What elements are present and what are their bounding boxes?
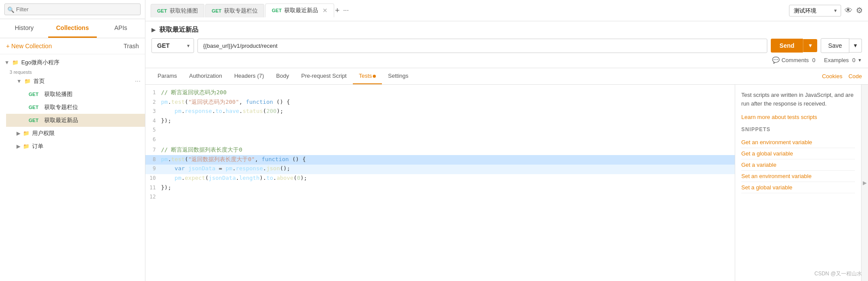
code-line-9: 9 var jsonData = pm.response.json();: [145, 165, 735, 174]
url-input[interactable]: [197, 39, 767, 53]
sidebar-search-area: 🔍: [0, 0, 145, 19]
tree-subfolder-homepage: ▼ 📁 首页 ··· GET 获取轮播图 GET 获取专题栏位 GET 获取最近…: [0, 75, 145, 127]
tree-subfolder-orders-header[interactable]: ▶ 📁 订单: [6, 140, 145, 153]
snippet-item[interactable]: Set an environment variable: [741, 171, 855, 182]
code-line-1: 1 // 断言返回状态码为200: [145, 88, 735, 98]
tab-get-carousel[interactable]: GET 获取轮播图: [151, 4, 204, 17]
watermark: CSDN @又一程山水: [814, 270, 862, 278]
close-tab-icon[interactable]: ✕: [322, 7, 328, 14]
code-line-6: 6: [145, 136, 735, 145]
topbar: GET 获取轮播图 GET 获取专题栏位 GET 获取最近新品 ✕ + ··· …: [145, 0, 868, 21]
line-number: 2: [145, 99, 161, 105]
add-tab-icon[interactable]: +: [335, 6, 340, 15]
tab-body[interactable]: Body: [270, 68, 295, 84]
snippet-item[interactable]: Get a variable: [741, 159, 855, 171]
collapse-icon[interactable]: ▶: [151, 26, 156, 33]
method-select[interactable]: GET POST PUT DELETE: [151, 38, 194, 53]
request-url-row: GET POST PUT DELETE Send ▼ Save ▼: [151, 38, 862, 53]
code-line-4: 4 });: [145, 117, 735, 126]
snippet-item[interactable]: Get a global variable: [741, 148, 855, 159]
tab-name: 获取轮播图: [170, 7, 198, 15]
line-content: // 断言返回状态码为200: [161, 89, 735, 96]
folder-icon: 📁: [12, 60, 19, 66]
tree-subfolder-user-header[interactable]: ▶ 📁 用户权限: [6, 127, 145, 140]
env-select[interactable]: 测试环境 生产环境 开发环境: [789, 5, 841, 17]
code-link[interactable]: Code: [848, 73, 862, 79]
line-number: 5: [145, 127, 161, 133]
list-item[interactable]: GET 获取最近新品: [6, 114, 145, 127]
main-area: GET 获取轮播图 GET 获取专题栏位 GET 获取最近新品 ✕ + ··· …: [145, 0, 868, 281]
tree-subfolder-user: ▶ 📁 用户权限: [0, 127, 145, 140]
tree-subfolder-homepage-name: 首页: [33, 77, 135, 85]
tree-root-folder-header[interactable]: ▼ 📁 Ego微商小程序: [0, 56, 145, 69]
code-line-7: 7 // 断言返回数据列表长度大于0: [145, 145, 735, 155]
line-number: 4: [145, 118, 161, 124]
tab-authorization[interactable]: Authorization: [183, 68, 228, 84]
line-content: // 断言返回数据列表长度大于0: [161, 146, 735, 154]
sidebar-tab-history[interactable]: History: [0, 19, 48, 38]
snippet-item[interactable]: Get an environment variable: [741, 137, 855, 148]
chevron-down-icon: ▼: [858, 58, 862, 63]
tab-get-featured[interactable]: GET 获取专题栏位: [205, 4, 265, 17]
chevron-down-icon: ▼: [4, 60, 10, 66]
tab-pre-request[interactable]: Pre-request Script: [295, 68, 353, 84]
save-button-group: Save ▼: [821, 38, 862, 53]
more-tabs-icon[interactable]: ···: [343, 7, 349, 14]
save-button[interactable]: Save: [821, 38, 849, 53]
send-button-dropdown[interactable]: ▼: [803, 39, 817, 52]
learn-more-link[interactable]: Learn more about tests scripts: [741, 114, 855, 120]
line-content: pm.expect(jsonData.length).to.above(0);: [161, 175, 735, 181]
collapse-panel-button[interactable]: ▶: [861, 85, 868, 281]
request-area: ▶ 获取最近新品 GET POST PUT DELETE Send ▼ Save…: [145, 21, 868, 68]
tree-subfolder-homepage-header[interactable]: ▼ 📁 首页 ···: [6, 75, 145, 88]
search-input[interactable]: [4, 3, 141, 15]
tab-actions: + ···: [335, 6, 349, 15]
tab-headers[interactable]: Headers (7): [228, 68, 270, 84]
line-number: 8: [145, 156, 161, 162]
line-content: });: [161, 184, 735, 191]
examples-label: Examples: [824, 57, 849, 63]
tree-subfolder-orders-name: 订单: [32, 142, 141, 150]
code-line-5: 5: [145, 126, 735, 136]
line-number: 10: [145, 175, 161, 181]
tab-params[interactable]: Params: [151, 68, 183, 84]
code-editor[interactable]: 1 // 断言返回状态码为200 2 pm.test("返回状态码为200", …: [145, 85, 735, 281]
request-name: 获取最近新品: [44, 116, 78, 124]
tab-name: 获取专题栏位: [224, 7, 258, 15]
chevron-down-icon: ▼: [16, 78, 22, 84]
request-name: 获取专题栏位: [44, 103, 78, 111]
tree-root-folder-name: Ego微商小程序: [21, 59, 141, 66]
line-number: 11: [145, 185, 161, 191]
comments-button[interactable]: 💬 Comments 0: [772, 56, 815, 63]
request-nav-tabs: Params Authorization Headers (7) Body Pr…: [145, 68, 868, 85]
tab-method-badge: GET: [212, 8, 222, 13]
sidebar-tab-collections[interactable]: Collections: [48, 19, 96, 38]
cookies-link[interactable]: Cookies: [822, 73, 842, 79]
tab-method-badge: GET: [272, 8, 282, 13]
tab-tests[interactable]: Tests: [353, 68, 382, 84]
trash-button[interactable]: Trash: [124, 43, 139, 50]
snippet-item[interactable]: Set a global variable: [741, 182, 855, 193]
request-title-row: ▶ 获取最近新品: [151, 26, 862, 34]
send-button[interactable]: Send: [771, 39, 803, 53]
line-content: pm.test("返回状态码为200", function () {: [161, 98, 735, 106]
tab-get-recent[interactable]: GET 获取最近新品 ✕: [265, 3, 334, 17]
code-line-2: 2 pm.test("返回状态码为200", function () {: [145, 98, 735, 107]
sidebar-tab-apis[interactable]: APIs: [97, 19, 145, 38]
examples-button[interactable]: Examples 0 ▼: [824, 57, 862, 63]
more-options-icon[interactable]: ···: [135, 77, 141, 85]
new-collection-button[interactable]: + New Collection: [6, 43, 52, 50]
eye-icon[interactable]: 👁: [845, 6, 852, 15]
settings-icon[interactable]: ⚙: [856, 6, 863, 15]
tab-settings[interactable]: Settings: [382, 68, 414, 84]
list-item[interactable]: GET 获取轮播图: [6, 88, 145, 101]
list-item[interactable]: GET 获取专题栏位: [6, 101, 145, 114]
line-content: var jsonData = pm.response.json();: [161, 165, 735, 172]
code-line-12: 12: [145, 193, 735, 203]
method-badge: GET: [29, 105, 41, 110]
save-button-dropdown[interactable]: ▼: [849, 39, 862, 53]
sidebar-tabs: History Collections APIs: [0, 19, 145, 38]
folder-icon: 📁: [23, 130, 30, 136]
right-panel: Test scripts are written in JavaScript, …: [735, 85, 861, 281]
tree-root-folder: ▼ 📁 Ego微商小程序 3 requests ▼ 📁 首页 ··· GET 获…: [0, 56, 145, 153]
